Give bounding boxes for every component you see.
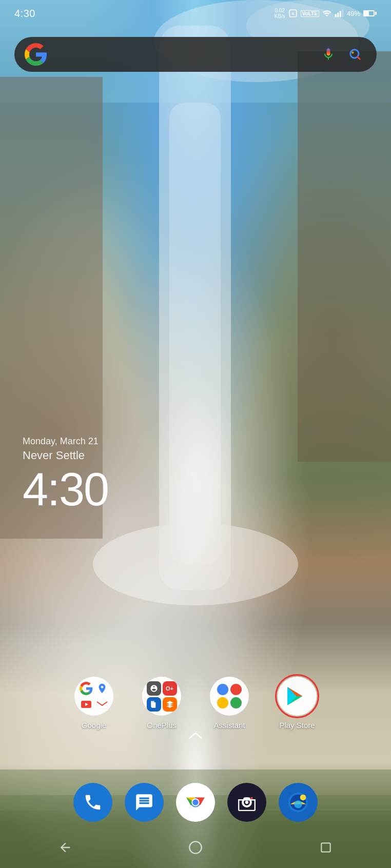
data-speed: 0.02 KB/s [275, 8, 285, 19]
dock [0, 783, 391, 822]
back-arrow-icon [58, 840, 72, 855]
battery-percent: 49% [347, 10, 360, 17]
volte-icon: VoLTE [301, 10, 319, 17]
google-app-icon [74, 677, 113, 716]
status-bar: 4:30 0.02 KB/s N VoLTE 49% [0, 0, 391, 27]
oneplus-orange-mini [163, 697, 177, 712]
svg-point-32 [300, 795, 306, 801]
svg-rect-13 [337, 13, 339, 17]
google-g-icon [25, 43, 47, 66]
assistant-dot-red [230, 684, 242, 695]
status-icons: 0.02 KB/s N VoLTE 49% [275, 8, 377, 19]
svg-point-7 [93, 523, 298, 605]
home-circle-icon [188, 840, 203, 855]
chevron-up-icon [187, 731, 204, 741]
dock-messages[interactable] [125, 783, 164, 822]
wifi-icon [322, 9, 331, 18]
google-maps-mini [95, 681, 109, 696]
microphone-icon [321, 47, 336, 62]
svg-point-18 [101, 685, 103, 688]
battery-icon [363, 10, 377, 16]
app-google[interactable]: Google [68, 677, 120, 729]
voice-search-button[interactable] [317, 43, 340, 66]
nfc-icon: N [288, 9, 298, 18]
assistant-dot-blue [217, 684, 228, 695]
google-app-label: Google [82, 721, 106, 729]
settings-mini [147, 681, 161, 696]
svg-rect-6 [169, 103, 221, 564]
svg-point-28 [245, 801, 248, 804]
svg-rect-15 [342, 10, 343, 17]
dock-daylight[interactable] [279, 783, 318, 822]
oneplus-app-label: OnePlus [147, 721, 177, 729]
svg-point-34 [189, 841, 201, 853]
svg-rect-35 [321, 843, 330, 852]
nav-home-button[interactable] [180, 832, 211, 863]
app-oneplus[interactable]: O+ OnePlus [136, 677, 187, 729]
chrome-icon [184, 791, 207, 814]
recents-square-icon [319, 841, 333, 854]
assistant-dot-yellow [217, 697, 228, 708]
dock-phone[interactable] [73, 783, 112, 822]
svg-text:N: N [291, 12, 294, 15]
lens-icon [348, 47, 362, 62]
svg-point-17 [351, 51, 354, 54]
google-search-bar[interactable] [14, 37, 377, 72]
phone-icon [83, 793, 103, 812]
svg-rect-14 [340, 11, 341, 17]
app-playstore[interactable]: Play Store [271, 677, 323, 729]
messages-icon [134, 793, 154, 812]
clock-widget: 4:30 [23, 466, 108, 512]
dock-chrome[interactable] [176, 783, 215, 822]
tagline: Never Settle [23, 449, 108, 462]
lens-search-button[interactable] [344, 43, 366, 66]
play-store-triangle [284, 683, 310, 709]
app-assistant[interactable]: Assistant [204, 677, 255, 729]
daylight-icon [286, 791, 310, 814]
gmail-mini [95, 697, 109, 712]
playstore-app-icon [278, 677, 317, 716]
signal-icon [335, 9, 344, 18]
camera-icon [237, 793, 257, 812]
svg-point-29 [250, 797, 253, 800]
app-drawer-hint[interactable] [187, 731, 204, 744]
assistant-app-icon [210, 677, 249, 716]
youtube-mini [79, 697, 93, 712]
app-grid: Google O+ [0, 677, 391, 729]
dock-camera[interactable] [227, 783, 266, 822]
svg-rect-12 [335, 14, 337, 17]
nav-back-button[interactable] [50, 832, 81, 863]
oneplus-app-icon: O+ [142, 677, 181, 716]
status-time: 4:30 [14, 8, 35, 19]
assistant-dot-green [230, 697, 242, 708]
datetime-widget: Monday, March 21 Never Settle 4:30 [23, 436, 108, 512]
svg-rect-23 [151, 702, 155, 708]
svg-rect-4 [298, 51, 391, 462]
oneplus-red-mini: O+ [163, 681, 177, 696]
svg-point-33 [294, 800, 302, 808]
google-g-mini [79, 681, 93, 696]
nav-recents-button[interactable] [310, 832, 341, 863]
assistant-app-label: Assistant [214, 721, 245, 729]
date-label: Monday, March 21 [23, 436, 108, 447]
playstore-app-label: Play Store [279, 721, 315, 729]
files-mini [147, 697, 161, 712]
nav-bar [0, 827, 391, 868]
